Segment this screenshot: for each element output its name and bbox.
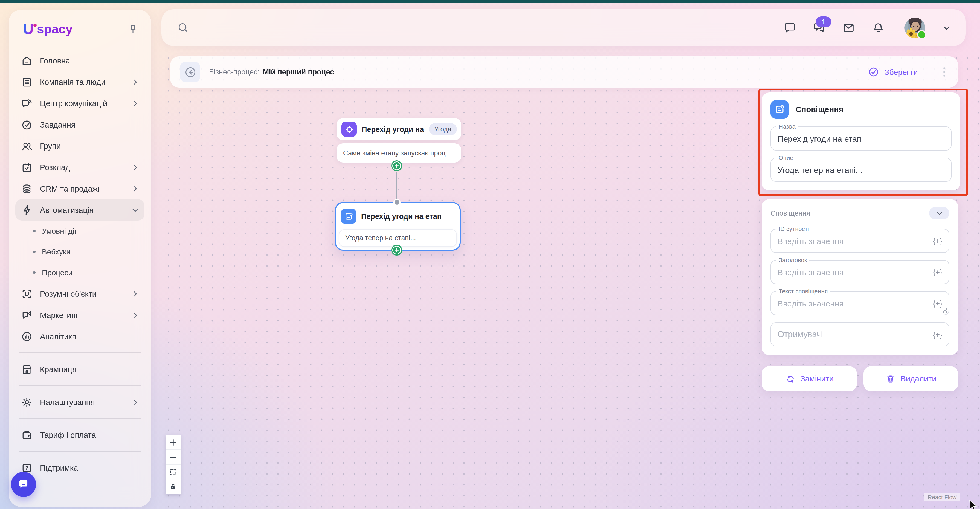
- sidebar-subitem-conditional-actions[interactable]: Умовні дії: [15, 221, 145, 241]
- sidebar-item-label: Підтримка: [40, 463, 139, 472]
- sidebar-item-groups[interactable]: Групи: [15, 135, 145, 156]
- uspacy-logo: U spacy: [23, 22, 73, 37]
- sidebar-item-automation[interactable]: Автоматизація: [15, 199, 145, 221]
- sidebar-item-marketing[interactable]: Маркетинг: [15, 304, 145, 326]
- chats-unread-badge: 1: [816, 16, 831, 27]
- title-field: Заголовок {+}: [770, 260, 949, 284]
- entity-id-field: ID сутності {+}: [770, 229, 949, 253]
- sidebar-item-crm[interactable]: CRM та продажі: [15, 178, 145, 199]
- entity-id-field-label: ID сутності: [776, 226, 811, 232]
- save-button[interactable]: Зберегти: [868, 66, 918, 78]
- sidebar-item-analytics[interactable]: Аналітика: [15, 326, 145, 347]
- delete-button-label: Видалити: [900, 374, 936, 383]
- description-field: Опис: [770, 157, 951, 182]
- sidebar-item-company[interactable]: Компанія та люди: [15, 71, 145, 92]
- trash-icon: [885, 374, 896, 384]
- save-button-label: Зберегти: [885, 68, 918, 76]
- sidebar-divider: [19, 353, 141, 353]
- section-label: Сповіщення: [770, 209, 810, 217]
- action-node-selected[interactable]: Перехід угоди на етап Угода тепер на ета…: [335, 202, 461, 251]
- sidebar-divider: [19, 451, 141, 452]
- browser-theme-strip: [0, 0, 980, 3]
- sidebar-subitem-processes[interactable]: Процеси: [15, 262, 145, 283]
- comments-button[interactable]: [784, 21, 796, 34]
- chevron-right-icon: [131, 99, 139, 107]
- sidebar-item-label: Завдання: [40, 120, 139, 129]
- canvas-controls: [166, 435, 181, 494]
- communications-icon: [21, 97, 33, 109]
- lock-button[interactable]: [166, 479, 181, 494]
- mouse-cursor: [969, 500, 979, 509]
- pin-sidebar-icon[interactable]: [127, 23, 139, 35]
- trigger-node[interactable]: Перехід угоди на Угода Саме зміна етапу …: [337, 118, 461, 162]
- sidebar-item-communications[interactable]: Центр комунікацій: [15, 92, 145, 114]
- description-input[interactable]: [778, 165, 945, 174]
- sidebar-item-store[interactable]: Крамниця: [15, 358, 145, 380]
- analytics-icon: [21, 330, 33, 342]
- react-flow-attribution: React Flow: [924, 493, 960, 501]
- node-target-handle[interactable]: [393, 199, 401, 206]
- name-input[interactable]: [778, 134, 945, 143]
- billing-icon: [21, 429, 33, 441]
- sidebar-nav: Головна Компанія та люди Центр комунікац…: [9, 50, 151, 478]
- sidebar-item-settings[interactable]: Налаштування: [15, 391, 145, 413]
- mail-button[interactable]: [842, 21, 855, 34]
- flow-edge: [396, 172, 397, 201]
- chevron-right-icon: [131, 163, 139, 171]
- sidebar-item-tasks[interactable]: Завдання: [15, 114, 145, 135]
- sidebar-item-billing[interactable]: Тариф і оплата: [15, 424, 145, 445]
- insert-variable-button[interactable]: {+}: [933, 330, 942, 339]
- settings-icon: [21, 396, 33, 408]
- bullet-icon: [33, 230, 35, 232]
- sidebar-item-support[interactable]: ? Підтримка: [15, 457, 145, 478]
- sidebar-subitem-label: Процеси: [42, 268, 139, 277]
- insert-variable-button[interactable]: {+}: [933, 268, 942, 276]
- notification-text-field: Текст сповіщення {+}: [770, 291, 949, 315]
- sidebar-item-label: Компанія та люди: [40, 78, 124, 86]
- comment-icon: [784, 21, 796, 34]
- user-menu-chevron[interactable]: [942, 23, 951, 33]
- sidebar-item-home[interactable]: Головна: [15, 50, 145, 71]
- delete-button[interactable]: Видалити: [864, 366, 958, 391]
- trigger-node-title: Перехід угоди на: [362, 125, 424, 133]
- sidebar-item-label: Центр комунікацій: [40, 99, 124, 108]
- notification-text-input[interactable]: [778, 299, 929, 308]
- insert-variable-button[interactable]: {+}: [933, 237, 942, 245]
- sidebar-item-label: Тариф і оплата: [40, 431, 139, 439]
- fit-view-button[interactable]: [166, 464, 181, 479]
- support-chat-fab[interactable]: [11, 472, 36, 497]
- bell-icon: [872, 21, 885, 34]
- add-step-button-top[interactable]: [391, 160, 403, 172]
- back-button[interactable]: [180, 62, 200, 82]
- notification-note-icon: [770, 100, 789, 119]
- sidebar-item-label: Налаштування: [40, 398, 124, 406]
- logo-letter: U: [23, 22, 33, 37]
- add-step-button-bottom[interactable]: [391, 244, 403, 256]
- chevron-down-icon: [131, 206, 139, 214]
- user-menu[interactable]: [905, 17, 925, 38]
- replace-button[interactable]: Замінити: [762, 366, 857, 391]
- name-field-label: Назва: [776, 123, 798, 130]
- process-toolbar: Бізнес-процес: Мій перший процес Зберегт…: [170, 56, 958, 87]
- bullet-icon: [33, 272, 35, 274]
- insert-variable-button[interactable]: {+}: [933, 299, 942, 307]
- textarea-resize-handle[interactable]: [942, 308, 947, 313]
- zoom-in-button[interactable]: [166, 435, 181, 450]
- tasks-icon: [21, 118, 33, 130]
- title-input[interactable]: [778, 267, 929, 277]
- notifications-button[interactable]: [872, 21, 885, 34]
- global-search[interactable]: [161, 21, 784, 34]
- groups-icon: [21, 140, 33, 152]
- toolbar-more-button[interactable]: [943, 67, 945, 77]
- zoom-out-button[interactable]: [166, 450, 181, 464]
- sidebar-item-smart-objects[interactable]: Розумні об'єкти: [15, 283, 145, 304]
- section-collapse-button[interactable]: [929, 207, 949, 220]
- logo-text: spacy: [37, 23, 73, 36]
- recipients-input[interactable]: [778, 329, 929, 339]
- panel-title: Сповіщення: [795, 105, 843, 114]
- process-type-label: Бізнес-процес:: [209, 68, 259, 76]
- entity-id-input[interactable]: [778, 236, 929, 245]
- chats-button[interactable]: 1: [813, 21, 826, 34]
- sidebar-item-schedule[interactable]: Розклад: [15, 156, 145, 178]
- sidebar-subitem-webhooks[interactable]: Вебхуки: [15, 241, 145, 262]
